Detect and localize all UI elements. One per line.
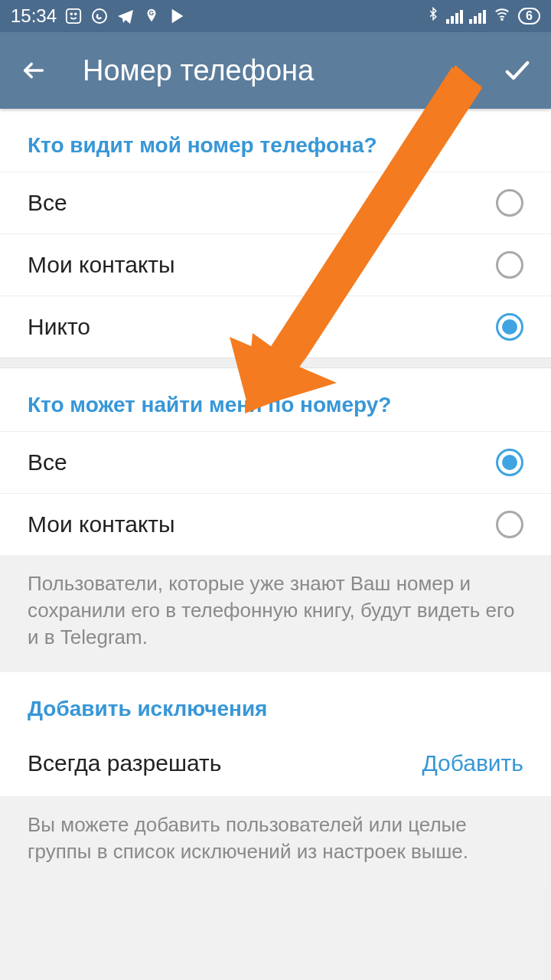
svg-text:G: G xyxy=(149,10,154,17)
section-note: Вы можете добавить пользователей или цел… xyxy=(0,796,551,887)
section-header: Добавить исключения xyxy=(0,672,551,735)
battery-indicator: 6 xyxy=(518,8,540,24)
signal-1-icon xyxy=(446,8,463,24)
smile-icon xyxy=(64,7,83,25)
bluetooth-icon xyxy=(426,5,440,27)
section-header: Кто может найти меня по номеру? xyxy=(0,368,551,431)
option-my-contacts[interactable]: Мои контакты xyxy=(0,234,551,296)
section-exceptions: Добавить исключения Всегда разрешать Доб… xyxy=(0,672,551,796)
page-title: Номер телефона xyxy=(83,54,314,87)
telegram-icon xyxy=(116,7,135,25)
svg-point-5 xyxy=(501,18,503,20)
section-header: Кто видит мой номер телефона? xyxy=(0,109,551,172)
svg-point-3 xyxy=(93,9,106,23)
section-who-sees: Кто видит мой номер телефона? Все Мои ко… xyxy=(0,109,551,358)
row-label: Всегда разрешать xyxy=(28,750,221,776)
option-label: Мои контакты xyxy=(28,252,175,278)
radio-icon xyxy=(496,449,523,476)
confirm-button[interactable] xyxy=(499,52,536,89)
radio-icon xyxy=(496,251,523,279)
maps-icon: G xyxy=(142,7,161,25)
whatsapp-icon xyxy=(90,7,109,25)
add-link[interactable]: Добавить xyxy=(422,750,523,776)
section-who-finds: Кто может найти меня по номеру? Все Мои … xyxy=(0,368,551,555)
svg-point-1 xyxy=(70,13,72,15)
section-note: Пользователи, которые уже знают Ваш номе… xyxy=(0,555,551,672)
back-button[interactable] xyxy=(15,52,52,89)
play-store-icon xyxy=(168,7,187,25)
option-label: Все xyxy=(28,449,67,475)
status-time: 15:34 xyxy=(11,5,57,27)
option-my-contacts[interactable]: Мои контакты xyxy=(0,493,551,555)
divider xyxy=(0,358,551,368)
option-label: Никто xyxy=(28,314,90,340)
always-allow-row[interactable]: Всегда разрешать Добавить xyxy=(0,735,551,796)
status-bar: 15:34 G 6 xyxy=(0,0,551,32)
option-everyone[interactable]: Все xyxy=(0,172,551,234)
svg-rect-0 xyxy=(67,9,80,23)
wifi-icon xyxy=(492,5,512,27)
radio-icon xyxy=(496,511,523,538)
option-label: Мои контакты xyxy=(28,511,175,537)
option-label: Все xyxy=(28,190,67,216)
radio-icon xyxy=(496,313,523,341)
option-everyone[interactable]: Все xyxy=(0,431,551,493)
app-bar: Номер телефона xyxy=(0,32,551,109)
signal-2-icon xyxy=(469,8,486,24)
option-nobody[interactable]: Никто xyxy=(0,296,551,358)
radio-icon xyxy=(496,189,523,217)
svg-point-2 xyxy=(75,13,77,15)
